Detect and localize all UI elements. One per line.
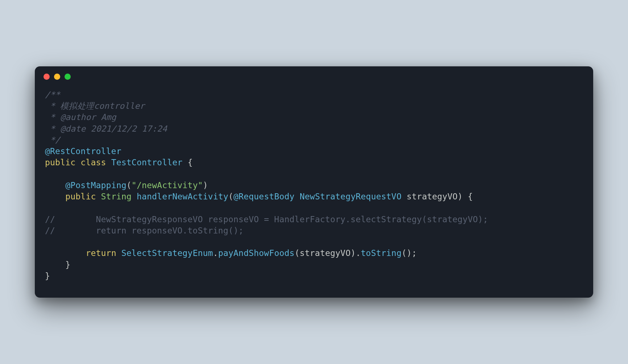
keyword: public	[45, 158, 75, 167]
string-literal: "/newActivity"	[132, 181, 203, 190]
method-call: toString	[361, 248, 401, 258]
method-name: handlerNewActivity	[137, 192, 228, 201]
minimize-icon[interactable]	[54, 74, 60, 80]
code-window: /** * 模拟处理controller * @author Amg * @da…	[35, 66, 593, 298]
maximize-icon[interactable]	[65, 74, 71, 80]
comment-line: * @date 2021/12/2 17:24	[45, 124, 167, 133]
method-call: payAndShowFoods	[218, 248, 295, 258]
punct: )	[351, 248, 356, 258]
punct: (	[228, 192, 234, 201]
type: String	[101, 192, 132, 201]
annotation: @PostMapping	[65, 181, 127, 190]
commented-code: // return responseVO.toString();	[45, 226, 244, 235]
class-ref: SelectStrategyEnum	[121, 248, 213, 258]
punct: ) {	[458, 192, 473, 201]
punct: .	[213, 248, 218, 258]
comment-line: */	[45, 135, 60, 145]
keyword: return	[86, 248, 116, 258]
comment-line: * @author Amg	[45, 112, 116, 122]
punct: (	[127, 181, 132, 190]
comment-line: /**	[45, 90, 60, 99]
punct: {	[182, 158, 193, 167]
punct: (	[294, 248, 299, 258]
keyword: class	[80, 158, 106, 167]
punct: ;	[412, 248, 417, 258]
punct: )	[203, 181, 208, 190]
code-content: /** * 模拟处理controller * @author Amg * @da…	[35, 83, 593, 298]
param-type: NewStrategyRequestVO	[299, 192, 401, 201]
class-name: TestController	[111, 158, 183, 167]
comment-line: * 模拟处理controller	[45, 101, 145, 111]
keyword: public	[65, 192, 96, 201]
punct: ()	[401, 248, 412, 258]
param-name: strategyVO	[407, 192, 458, 201]
brace: }	[45, 260, 70, 269]
window-titlebar	[35, 66, 593, 83]
annotation: @RestController	[45, 146, 121, 156]
arg: strategyVO	[299, 248, 350, 258]
brace: }	[45, 271, 50, 281]
commented-code: // NewStrategyResponseVO responseVO = Ha…	[45, 215, 488, 224]
annotation: @RequestBody	[234, 192, 295, 201]
punct: .	[356, 248, 361, 258]
close-icon[interactable]	[44, 74, 50, 80]
